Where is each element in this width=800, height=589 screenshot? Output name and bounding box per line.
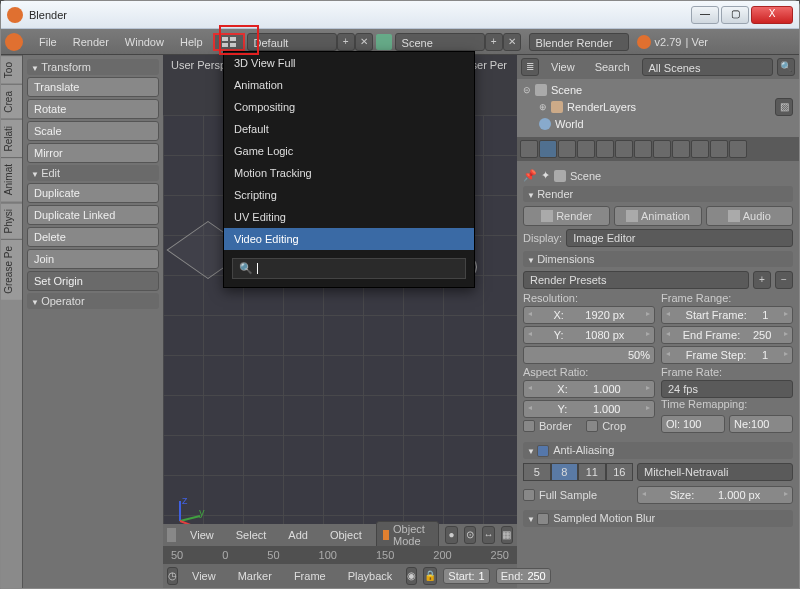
menu-file[interactable]: File <box>31 36 65 48</box>
edit-panel-header[interactable]: Edit <box>27 165 159 181</box>
layout-search-field[interactable]: 🔍 <box>232 258 466 279</box>
window-maximize-button[interactable]: ▢ <box>721 6 749 24</box>
layout-option-animation[interactable]: Animation <box>224 74 474 96</box>
rotate-button[interactable]: Rotate <box>27 99 159 119</box>
animation-button[interactable]: Animation <box>614 206 701 226</box>
render-section-header[interactable]: Render <box>523 186 793 202</box>
toolshelf-tab-tools[interactable]: Too <box>1 55 22 84</box>
window-close-button[interactable]: X <box>751 6 793 24</box>
toolshelf-tab-create[interactable]: Crea <box>1 84 22 119</box>
editor-type-icon[interactable] <box>167 528 176 542</box>
render-presets-selector[interactable]: Render Presets <box>523 271 749 289</box>
add-scene-button[interactable]: + <box>485 33 503 51</box>
mirror-button[interactable]: Mirror <box>27 143 159 163</box>
layout-option-scripting[interactable]: Scripting <box>224 184 474 206</box>
old-frame-field[interactable]: Ol: 100 <box>661 415 725 433</box>
set-origin-button[interactable]: Set Origin <box>27 271 159 291</box>
new-frame-field[interactable]: Ne:100 <box>729 415 793 433</box>
delete-button[interactable]: Delete <box>27 227 159 247</box>
expand-toggle-icon[interactable]: ⊕ <box>539 102 547 112</box>
resolution-x-field[interactable]: ◂X:1920 px▸ <box>523 306 655 324</box>
tab-object-icon[interactable] <box>596 140 614 158</box>
duplicate-button[interactable]: Duplicate <box>27 183 159 203</box>
aa-filter-selector[interactable]: Mitchell-Netravali <box>637 463 793 481</box>
pin-icon[interactable]: 📌 <box>523 169 537 182</box>
pivot-icon[interactable]: ⊙ <box>464 526 476 544</box>
aa-sample-11[interactable]: 11 <box>578 463 606 481</box>
aspect-y-field[interactable]: ◂Y:1.000▸ <box>523 400 655 418</box>
audio-button[interactable]: Audio <box>706 206 793 226</box>
remove-layout-button[interactable]: ✕ <box>355 33 373 51</box>
renderlayer-toggle-icon[interactable]: ▨ <box>775 98 793 116</box>
tab-material-icon[interactable] <box>672 140 690 158</box>
dimensions-section-header[interactable]: Dimensions <box>523 251 793 267</box>
tab-renderlayers-icon[interactable] <box>539 140 557 158</box>
aspect-x-field[interactable]: ◂X:1.000▸ <box>523 380 655 398</box>
crop-checkbox[interactable] <box>586 420 598 432</box>
smb-section-header[interactable]: Sampled Motion Blur <box>523 510 793 527</box>
fullsample-checkbox[interactable] <box>523 489 535 501</box>
vp-menu-object[interactable]: Object <box>322 529 370 541</box>
layout-option-default[interactable]: Default <box>224 118 474 140</box>
menu-render[interactable]: Render <box>65 36 117 48</box>
tab-texture-icon[interactable] <box>691 140 709 158</box>
outliner-menu-view[interactable]: View <box>543 61 583 73</box>
tl-menu-view[interactable]: View <box>184 570 224 582</box>
tab-world-icon[interactable] <box>577 140 595 158</box>
layout-option-videoediting[interactable]: Video Editing <box>224 228 474 250</box>
vp-menu-view[interactable]: View <box>182 529 222 541</box>
remove-scene-button[interactable]: ✕ <box>503 33 521 51</box>
add-layout-button[interactable]: + <box>337 33 355 51</box>
layout-option-gamelogic[interactable]: Game Logic <box>224 140 474 162</box>
render-button[interactable]: Render <box>523 206 610 226</box>
smb-enable-checkbox[interactable] <box>537 513 549 525</box>
resolution-pct-field[interactable]: 50% <box>523 346 655 364</box>
duplicate-linked-button[interactable]: Duplicate Linked <box>27 205 159 225</box>
scale-button[interactable]: Scale <box>27 121 159 141</box>
tree-world[interactable]: World <box>555 118 584 130</box>
layout-name-field[interactable]: Default <box>247 33 337 51</box>
mode-selector[interactable]: Object Mode <box>376 521 440 549</box>
menu-help[interactable]: Help <box>172 36 211 48</box>
border-checkbox[interactable] <box>523 420 535 432</box>
tree-scene[interactable]: Scene <box>551 84 582 96</box>
timeline-ruler[interactable]: 50 0 50 100 150 200 250 <box>163 546 517 564</box>
aa-sample-5[interactable]: 5 <box>523 463 551 481</box>
layout-option-3dviewfull[interactable]: 3D View Full <box>224 52 474 74</box>
endframe-field[interactable]: ◂End Frame:250▸ <box>661 326 793 344</box>
filter-size-field[interactable]: ◂Size:1.000 px▸ <box>637 486 793 504</box>
layers-icon[interactable]: ▦ <box>501 526 513 544</box>
outliner-editor-icon[interactable]: ≣ <box>521 58 539 76</box>
tab-data-icon[interactable] <box>653 140 671 158</box>
tl-menu-marker[interactable]: Marker <box>230 570 280 582</box>
toolshelf-tab-physics[interactable]: Physi <box>1 202 22 239</box>
aa-sample-16[interactable]: 16 <box>606 463 634 481</box>
framestep-field[interactable]: ◂Frame Step:1▸ <box>661 346 793 364</box>
tab-render-icon[interactable] <box>520 140 538 158</box>
display-mode-selector[interactable]: Image Editor <box>566 229 793 247</box>
outliner-tree[interactable]: ⊝Scene ⊕RenderLayers▨ World <box>517 79 799 137</box>
layout-option-motiontracking[interactable]: Motion Tracking <box>224 162 474 184</box>
preset-add-button[interactable]: + <box>753 271 771 289</box>
vp-menu-add[interactable]: Add <box>280 529 316 541</box>
layout-option-compositing[interactable]: Compositing <box>224 96 474 118</box>
toolshelf-tab-relations[interactable]: Relati <box>1 119 22 158</box>
tab-particles-icon[interactable] <box>710 140 728 158</box>
tab-physics-icon[interactable] <box>729 140 747 158</box>
join-button[interactable]: Join <box>27 249 159 269</box>
operator-panel-header[interactable]: Operator <box>27 293 159 309</box>
outliner-menu-search[interactable]: Search <box>587 61 638 73</box>
tl-menu-frame[interactable]: Frame <box>286 570 334 582</box>
end-frame-field[interactable]: End:250 <box>496 568 551 584</box>
transform-panel-header[interactable]: Transform <box>27 59 159 75</box>
preset-remove-button[interactable]: − <box>775 271 793 289</box>
tab-scene-icon[interactable] <box>558 140 576 158</box>
resolution-y-field[interactable]: ◂Y:1080 px▸ <box>523 326 655 344</box>
startframe-field[interactable]: ◂Start Frame:1▸ <box>661 306 793 324</box>
aa-section-header[interactable]: Anti-Aliasing <box>523 442 793 459</box>
start-frame-field[interactable]: Start:1 <box>443 568 489 584</box>
menu-window[interactable]: Window <box>117 36 172 48</box>
scene-datablock-icon[interactable] <box>376 34 392 50</box>
layout-option-uvediting[interactable]: UV Editing <box>224 206 474 228</box>
timeline-editor-icon[interactable]: ◷ <box>167 567 178 585</box>
